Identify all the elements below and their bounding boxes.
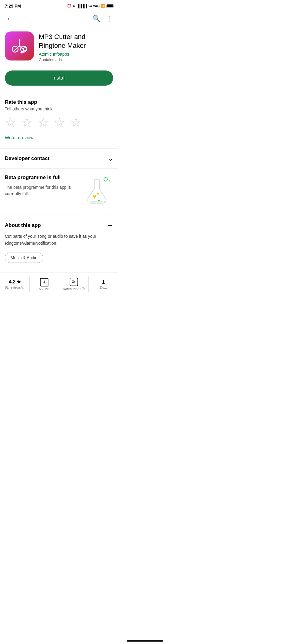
svg-line-7 (23, 47, 26, 48)
developer-contact-row[interactable]: Developer contact ⌄ (0, 149, 118, 168)
downloads-value: 1 (102, 280, 105, 285)
status-bar: 7:29 PM ⏰ ∗ ▐▐▐▐ Vo WiFi 📶 (0, 0, 118, 11)
beta-section: Beta programme is full The beta programm… (0, 168, 118, 215)
size-label: 5.2 MB (39, 287, 50, 291)
svg-point-10 (104, 178, 107, 181)
beta-text: The beta programme for this app is curre… (5, 184, 78, 197)
about-text: Cut parts of your song or audio to save … (5, 233, 113, 247)
svg-text:★: ★ (96, 191, 100, 196)
rated-info-icon: ⓘ (82, 287, 85, 291)
beta-title: Beta programme is full (5, 175, 78, 181)
signal-icon: ▐▐▐▐ (77, 4, 87, 8)
size-value: ⇓ (40, 278, 48, 286)
star-4[interactable]: ☆ (54, 116, 65, 129)
app-info: MP3 Cutter and Ringtone Maker Atomic Inf… (39, 31, 113, 62)
rated-stat[interactable]: 3+ Rated for 3+ ⓘ (59, 276, 89, 292)
svg-point-5 (21, 51, 24, 54)
about-section: About this app → Cut parts of your song … (0, 215, 118, 273)
bluetooth-icon: ∗ (73, 4, 76, 8)
search-icon[interactable]: 🔍 (92, 15, 101, 23)
rate-title: Rate this app (5, 99, 113, 105)
app-ads-label: Contains ads (39, 57, 113, 62)
nav-right-icons: 🔍 ⋮ (92, 15, 113, 23)
about-title: About this app (5, 222, 41, 228)
download-icon: ⇓ (40, 278, 48, 286)
svg-text:✦: ✦ (108, 179, 110, 182)
app-icon (5, 31, 34, 60)
status-icons: ⏰ ∗ ▐▐▐▐ Vo WiFi 📶 (67, 4, 113, 8)
beta-content: Beta programme is full The beta programm… (5, 175, 83, 197)
app-developer[interactable]: Atomic Infoapps (39, 52, 113, 57)
rating-stat[interactable]: 4.2 ★ 8L reviews ⓘ (0, 276, 30, 292)
install-button[interactable]: Install (5, 70, 113, 86)
bottom-stats: 4.2 ★ 8L reviews ⓘ ⇓ 5.2 MB 3+ Rated for… (0, 273, 118, 296)
info-icon: ⓘ (21, 285, 24, 289)
about-arrow-icon[interactable]: → (107, 221, 113, 229)
clock-icon: ⏰ (67, 4, 71, 8)
about-header: About this app → (5, 221, 113, 229)
app-title: MP3 Cutter and Ringtone Maker (39, 33, 113, 50)
more-options-icon[interactable]: ⋮ (107, 15, 113, 23)
rate-section: Rate this app Tell others what you think… (0, 93, 118, 149)
rated-label: Rated for 3+ ⓘ (63, 287, 85, 291)
rate-subtitle: Tell others what you think (5, 106, 113, 111)
app-header: MP3 Cutter and Ringtone Maker Atomic Inf… (0, 29, 118, 68)
stars-row: ☆ ☆ ☆ ☆ ☆ (5, 116, 113, 129)
back-button[interactable]: ← (5, 13, 15, 24)
top-nav: ← 🔍 ⋮ (0, 11, 118, 29)
svg-point-16 (89, 201, 104, 204)
svg-point-8 (24, 50, 26, 52)
rated-box-icon: 3+ (70, 278, 78, 286)
category-chip[interactable]: Music & Audio (5, 253, 43, 263)
app-icon-svg (9, 35, 30, 57)
star-2[interactable]: ☆ (21, 116, 33, 129)
size-stat[interactable]: ⇓ 5.2 MB (30, 276, 59, 292)
battery-fill (107, 5, 113, 7)
star-3[interactable]: ☆ (38, 116, 49, 129)
status-time: 7:29 PM (5, 4, 21, 8)
star-1[interactable]: ☆ (5, 116, 16, 129)
write-review-link[interactable]: Write a review (5, 134, 34, 146)
battery-icon (107, 4, 113, 8)
downloads-stat[interactable]: 1 Do... (89, 276, 118, 292)
wifi-label: WiFi (93, 5, 100, 8)
downloads-label: Do... (100, 286, 107, 289)
rating-label: 8L reviews ⓘ (5, 285, 24, 289)
vo-label: Vo (88, 5, 92, 8)
flask-illustration: ✦ ♥ ♥ ★ (83, 175, 113, 208)
chevron-down-icon: ⌄ (108, 155, 113, 162)
rated-value: 3+ (70, 278, 78, 286)
rating-value: 4.2 ★ (9, 279, 20, 285)
rating-star-icon: ★ (17, 279, 21, 285)
wifi-icon: 📶 (101, 4, 105, 8)
developer-contact-title: Developer contact (5, 155, 49, 162)
star-5[interactable]: ☆ (70, 116, 82, 129)
install-section: Install (0, 68, 118, 93)
